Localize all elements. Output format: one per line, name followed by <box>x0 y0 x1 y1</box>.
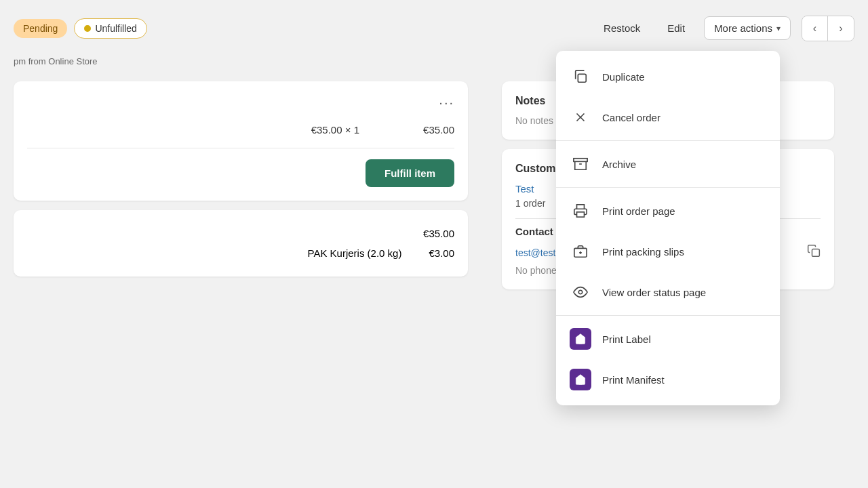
divider <box>27 148 454 148</box>
line-item-qty-price: €35.00 × 1 <box>311 124 359 136</box>
dropdown-item-view-status[interactable]: View order status page <box>556 272 780 312</box>
svg-point-10 <box>578 290 583 294</box>
dropdown-label-print-packing: Print packing slips <box>602 246 684 258</box>
restock-button[interactable]: Restock <box>595 17 648 39</box>
line-items-card: ··· €35.00 × 1 €35.00 Fulfill item <box>14 81 468 201</box>
card-dots-button[interactable]: ··· <box>439 95 454 110</box>
copy-icon[interactable] <box>807 244 821 261</box>
prev-button[interactable]: ‹ <box>802 16 828 41</box>
pending-badge: Pending <box>14 19 67 38</box>
dropdown-item-archive[interactable]: Archive <box>556 144 780 184</box>
dropdown-item-duplicate[interactable]: Duplicate <box>556 56 780 97</box>
dropdown-label-cancel: Cancel order <box>602 112 660 123</box>
dropdown-item-cancel[interactable]: Cancel order <box>556 97 780 138</box>
dropdown-divider2 <box>556 187 780 188</box>
dropdown-item-print-label[interactable]: Print Label <box>556 319 780 359</box>
line-item-total: €35.00 <box>387 124 454 136</box>
top-bar-actions: Restock Edit More actions ▾ ‹ › <box>595 16 854 41</box>
totals-card: €35.00 PAK Kurjeris (2.0 kg) €3.00 <box>14 210 468 277</box>
dropdown-label-view-status: View order status page <box>602 287 706 298</box>
main-content: Pending Unfulfilled Restock Edit More ac… <box>0 0 868 488</box>
nav-buttons: ‹ › <box>802 16 854 41</box>
dropdown-label-print-label: Print Label <box>602 333 651 345</box>
svg-rect-6 <box>577 212 585 217</box>
print-packing-icon <box>570 241 591 262</box>
shipping-row: PAK Kurjeris (2.0 kg) €3.00 <box>27 243 454 263</box>
dropdown-divider3 <box>556 315 780 316</box>
fulfill-item-button[interactable]: Fulfill item <box>366 159 454 187</box>
edit-button[interactable]: Edit <box>659 17 693 39</box>
more-actions-dropdown: Duplicate Cancel order Archive <box>556 51 780 405</box>
svg-rect-4 <box>574 159 587 162</box>
line-item-row: €35.00 × 1 €35.00 <box>27 119 454 141</box>
dropdown-item-print-manifest[interactable]: Print Manifest <box>556 359 780 400</box>
cancel-icon <box>570 106 591 128</box>
left-panel: ··· €35.00 × 1 €35.00 Fulfill item €35.0… <box>0 75 481 283</box>
card-more-row: ··· <box>27 95 454 110</box>
customer-link[interactable]: Test <box>515 183 534 195</box>
dropdown-item-print-order[interactable]: Print order page <box>556 190 780 231</box>
dropdown-label-archive: Archive <box>602 159 636 170</box>
print-order-icon <box>570 200 591 222</box>
top-bar: Pending Unfulfilled Restock Edit More ac… <box>0 0 868 56</box>
unfulfilled-badge: Unfulfilled <box>74 18 146 39</box>
fulfill-btn-row: Fulfill item <box>27 159 454 187</box>
eye-icon <box>570 281 591 303</box>
dropdown-item-print-packing[interactable]: Print packing slips <box>556 231 780 272</box>
sub-header: pm from Online Store <box>14 56 98 66</box>
dropdown-divider1 <box>556 140 780 141</box>
dropdown-label-print-manifest: Print Manifest <box>602 374 665 386</box>
svg-rect-1 <box>578 74 586 82</box>
subtotal-row: €35.00 <box>27 224 454 243</box>
archive-icon <box>570 153 591 175</box>
print-manifest-icon <box>570 369 591 390</box>
dropdown-label-print-order: Print order page <box>602 205 675 217</box>
shipping-price: €3.00 <box>429 247 454 259</box>
shipping-label: PAK Kurjeris (2.0 kg) <box>308 247 402 259</box>
svg-rect-0 <box>812 249 820 257</box>
chevron-down-icon: ▾ <box>776 24 781 33</box>
duplicate-icon <box>570 66 591 87</box>
next-button[interactable]: › <box>828 16 854 41</box>
more-actions-button[interactable]: More actions ▾ <box>704 16 791 40</box>
print-label-icon <box>570 328 591 350</box>
dropdown-label-duplicate: Duplicate <box>602 71 645 83</box>
